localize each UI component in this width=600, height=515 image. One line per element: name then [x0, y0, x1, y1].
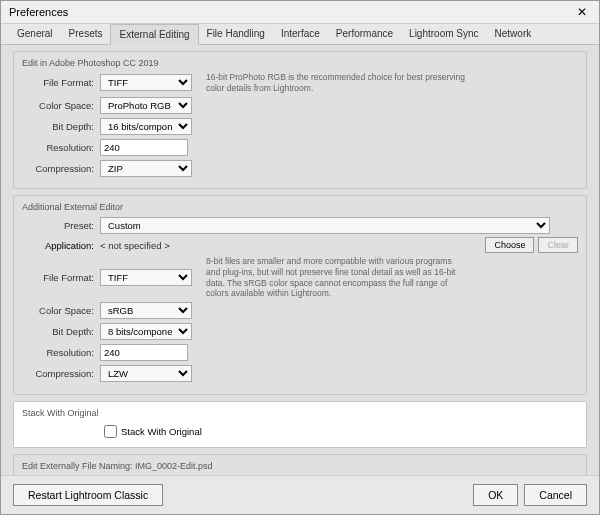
label-file-format: File Format: [22, 77, 100, 88]
tab-performance[interactable]: Performance [328, 24, 401, 44]
window-title: Preferences [9, 6, 68, 18]
select-file-format-2[interactable]: TIFF [100, 269, 192, 286]
select-bit-depth-2[interactable]: 8 bits/component [100, 323, 192, 340]
tab-lightroom-sync[interactable]: Lightroom Sync [401, 24, 486, 44]
label-resolution: Resolution: [22, 142, 100, 153]
cancel-button[interactable]: Cancel [524, 484, 587, 506]
select-bit-depth[interactable]: 16 bits/component [100, 118, 192, 135]
label-preset: Preset: [22, 220, 100, 231]
select-compression[interactable]: ZIP [100, 160, 192, 177]
tab-presets[interactable]: Presets [61, 24, 111, 44]
section-title: Additional External Editor [22, 202, 578, 212]
section-edit-photoshop: Edit in Adobe Photoshop CC 2019 File For… [13, 51, 587, 189]
label-compression: Compression: [22, 163, 100, 174]
tab-general[interactable]: General [9, 24, 61, 44]
label-resolution-2: Resolution: [22, 347, 100, 358]
label-color-space: Color Space: [22, 100, 100, 111]
section-additional-editor: Additional External Editor Preset: Custo… [13, 195, 587, 395]
checkbox-label[interactable]: Stack With Original [121, 426, 202, 437]
help-text-2: 8-bit files are smaller and more compati… [206, 256, 466, 299]
label-bit-depth-2: Bit Depth: [22, 326, 100, 337]
application-value: < not specified > [100, 240, 485, 251]
ok-button[interactable]: OK [473, 484, 518, 506]
choose-button[interactable]: Choose [485, 237, 534, 253]
label-compression-2: Compression: [22, 368, 100, 379]
select-compression-2[interactable]: LZW [100, 365, 192, 382]
label-file-format-2: File Format: [22, 272, 100, 283]
input-resolution-2[interactable] [100, 344, 188, 361]
close-icon[interactable]: ✕ [573, 5, 591, 19]
label-application: Application: [22, 240, 100, 251]
input-resolution[interactable] [100, 139, 188, 156]
preferences-window: Preferences ✕ General Presets External E… [0, 0, 600, 515]
section-stack-original: Stack With Original Stack With Original [13, 401, 587, 448]
select-color-space[interactable]: ProPhoto RGB [100, 97, 192, 114]
section-title: Edit in Adobe Photoshop CC 2019 [22, 58, 578, 68]
tab-file-handling[interactable]: File Handling [199, 24, 273, 44]
content: Edit in Adobe Photoshop CC 2019 File For… [1, 45, 599, 475]
section-title: Stack With Original [22, 408, 578, 418]
select-color-space-2[interactable]: sRGB [100, 302, 192, 319]
section-title: Edit Externally File Naming: IMG_0002-Ed… [22, 461, 578, 471]
tab-interface[interactable]: Interface [273, 24, 328, 44]
tab-external-editing[interactable]: External Editing [110, 24, 198, 45]
help-text: 16-bit ProPhoto RGB is the recommended c… [206, 72, 466, 93]
select-preset[interactable]: Custom [100, 217, 550, 234]
tabs: General Presets External Editing File Ha… [1, 24, 599, 45]
clear-button: Clear [538, 237, 578, 253]
label-bit-depth: Bit Depth: [22, 121, 100, 132]
select-file-format[interactable]: TIFF [100, 74, 192, 91]
tab-network[interactable]: Network [487, 24, 540, 44]
footer: Restart Lightroom Classic OK Cancel [1, 475, 599, 514]
checkbox-stack-with-original[interactable] [104, 425, 117, 438]
section-file-naming: Edit Externally File Naming: IMG_0002-Ed… [13, 454, 587, 475]
titlebar: Preferences ✕ [1, 1, 599, 24]
label-color-space-2: Color Space: [22, 305, 100, 316]
restart-button[interactable]: Restart Lightroom Classic [13, 484, 163, 506]
